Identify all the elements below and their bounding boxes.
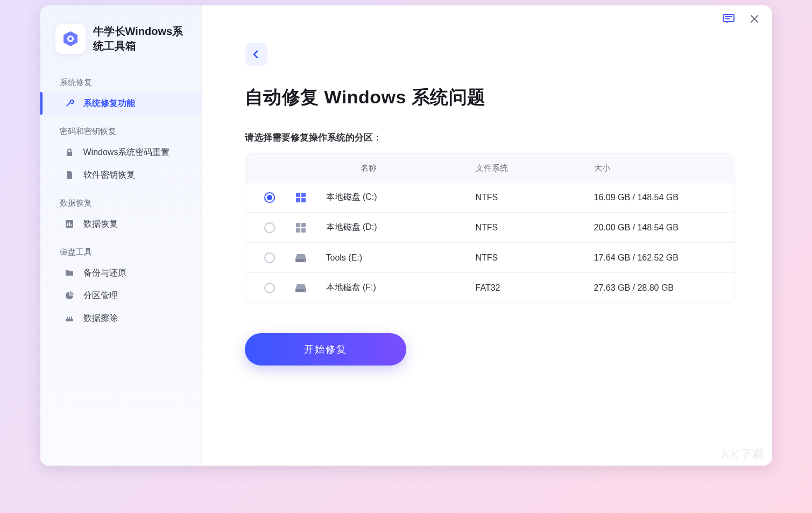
disk-drive-icon bbox=[294, 251, 308, 265]
partition-row[interactable]: 本地磁盘 (D:)NTFS20.00 GB / 148.54 GB bbox=[245, 212, 734, 242]
sidebar-item-bar-chart[interactable]: 数据恢复 bbox=[40, 213, 201, 235]
svg-rect-5 bbox=[67, 223, 68, 226]
close-button[interactable] bbox=[749, 13, 760, 25]
svg-rect-11 bbox=[71, 317, 72, 319]
nav-section-label: 密码和密钥恢复 bbox=[40, 115, 201, 141]
app-logo-block: 牛学长Windows系统工具箱 bbox=[40, 24, 201, 66]
column-header-size: 大小 bbox=[594, 163, 734, 173]
svg-rect-14 bbox=[296, 198, 300, 202]
key-file-icon bbox=[64, 170, 75, 180]
partition-row[interactable]: 本地磁盘 (F:)FAT3227.63 GB / 28.80 GB bbox=[245, 272, 734, 303]
page-title: 自动修复 Windows 系统问题 bbox=[245, 85, 735, 110]
app-window: 牛学长Windows系统工具箱 系统修复系统修复功能密码和密钥恢复Windows… bbox=[40, 5, 772, 466]
start-repair-label: 开始修复 bbox=[304, 343, 347, 356]
titlebar-controls bbox=[723, 13, 760, 25]
feedback-button[interactable] bbox=[723, 13, 735, 25]
partition-row[interactable]: Tools (E:)NTFS17.64 GB / 162.52 GB bbox=[245, 242, 734, 272]
sidebar-item-pie-chart[interactable]: 分区管理 bbox=[40, 284, 201, 307]
partition-filesystem: NTFS bbox=[476, 193, 594, 202]
pie-chart-icon bbox=[64, 290, 75, 301]
folder-icon bbox=[64, 268, 75, 278]
partition-name: 本地磁盘 (D:) bbox=[326, 222, 476, 233]
nav-section-label: 磁盘工具 bbox=[40, 235, 201, 262]
svg-rect-7 bbox=[70, 224, 72, 226]
partition-name: 本地磁盘 (C:) bbox=[326, 192, 476, 203]
column-header-fs: 文件系统 bbox=[476, 163, 594, 173]
svg-rect-6 bbox=[69, 222, 70, 226]
sidebar: 牛学长Windows系统工具箱 系统修复系统修复功能密码和密钥恢复Windows… bbox=[40, 5, 202, 466]
sidebar-item-key-file[interactable]: 软件密钥恢复 bbox=[40, 164, 201, 186]
start-repair-button[interactable]: 开始修复 bbox=[245, 333, 406, 366]
svg-rect-19 bbox=[301, 228, 306, 233]
partition-filesystem: NTFS bbox=[476, 223, 594, 233]
svg-rect-15 bbox=[301, 198, 306, 202]
partition-radio[interactable] bbox=[264, 192, 275, 203]
windows-os-icon bbox=[294, 191, 308, 205]
svg-rect-9 bbox=[67, 317, 68, 319]
svg-rect-18 bbox=[296, 228, 300, 233]
back-button[interactable] bbox=[245, 43, 267, 66]
column-header-name: 名称 bbox=[245, 163, 476, 173]
partition-size: 27.63 GB / 28.80 GB bbox=[594, 283, 734, 293]
sidebar-item-label: 软件密钥恢复 bbox=[83, 170, 135, 181]
sidebar-item-label: Windows系统密码重置 bbox=[83, 147, 170, 158]
svg-rect-12 bbox=[296, 193, 300, 197]
sidebar-item-label: 分区管理 bbox=[83, 290, 118, 301]
windows-os-icon bbox=[294, 221, 308, 235]
svg-rect-10 bbox=[69, 317, 70, 319]
sidebar-item-eraser[interactable]: 数据擦除 bbox=[40, 307, 201, 329]
sidebar-item-wrench[interactable]: 系统修复功能 bbox=[40, 92, 201, 115]
svg-rect-13 bbox=[301, 193, 306, 197]
partition-filesystem: FAT32 bbox=[476, 283, 594, 293]
page-subtitle: 请选择需要修复操作系统的分区： bbox=[245, 131, 735, 144]
eraser-icon bbox=[64, 313, 75, 324]
table-header: 名称 文件系统 大小 bbox=[245, 154, 734, 182]
bar-chart-icon bbox=[64, 219, 75, 229]
svg-rect-16 bbox=[296, 223, 300, 227]
partition-size: 16.09 GB / 148.54 GB bbox=[594, 193, 734, 202]
sidebar-item-folder[interactable]: 备份与还原 bbox=[40, 262, 201, 284]
partition-filesystem: NTFS bbox=[476, 253, 594, 263]
partition-row[interactable]: 本地磁盘 (C:)NTFS16.09 GB / 148.54 GB bbox=[245, 182, 734, 212]
sidebar-item-label: 数据恢复 bbox=[83, 219, 118, 230]
partition-radio[interactable] bbox=[264, 283, 275, 293]
svg-point-3 bbox=[69, 37, 72, 40]
sidebar-item-label: 系统修复功能 bbox=[83, 98, 135, 109]
partition-size: 17.64 GB / 162.52 GB bbox=[594, 253, 734, 263]
partition-radio[interactable] bbox=[264, 222, 275, 233]
app-logo-icon bbox=[55, 24, 86, 54]
partition-radio[interactable] bbox=[264, 252, 275, 263]
sidebar-item-label: 数据擦除 bbox=[83, 313, 118, 324]
partition-name: 本地磁盘 (F:) bbox=[326, 282, 476, 293]
nav-section-label: 系统修复 bbox=[40, 66, 201, 92]
disk-drive-icon bbox=[294, 281, 308, 295]
partition-table: 名称 文件系统 大小 本地磁盘 (C:)NTFS16.09 GB / 148.5… bbox=[245, 153, 735, 303]
partition-size: 20.00 GB / 148.54 GB bbox=[594, 223, 734, 233]
svg-rect-8 bbox=[66, 319, 73, 321]
sidebar-item-label: 备份与还原 bbox=[83, 268, 126, 279]
wrench-icon bbox=[64, 98, 75, 109]
app-title: 牛学长Windows系统工具箱 bbox=[93, 24, 185, 53]
lock-icon bbox=[64, 147, 75, 158]
partition-name: Tools (E:) bbox=[326, 253, 476, 263]
svg-rect-17 bbox=[301, 223, 306, 227]
main-panel: 自动修复 Windows 系统问题 请选择需要修复操作系统的分区： 名称 文件系… bbox=[202, 5, 772, 466]
svg-point-21 bbox=[304, 260, 305, 261]
svg-point-23 bbox=[304, 290, 305, 291]
sidebar-item-lock[interactable]: Windows系统密码重置 bbox=[40, 141, 201, 164]
svg-rect-0 bbox=[723, 15, 734, 22]
nav-section-label: 数据恢复 bbox=[40, 186, 201, 213]
